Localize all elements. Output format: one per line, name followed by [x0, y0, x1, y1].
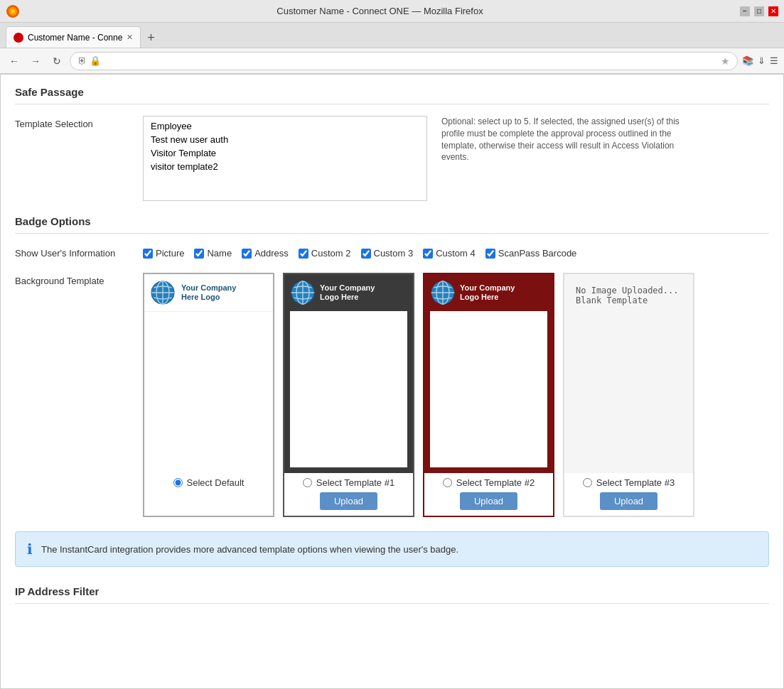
checkbox-custom4[interactable]: Custom 4 — [423, 248, 476, 259]
forward-button[interactable]: → — [27, 53, 44, 70]
page-content: Safe Passage Template Selection Employee… — [0, 74, 784, 689]
picture-checkbox[interactable] — [143, 249, 153, 259]
list-item[interactable]: visitor template2 — [146, 160, 424, 173]
nav-right-controls: 📚 ⇓ ☰ — [742, 55, 778, 66]
minimize-button[interactable]: − — [740, 6, 750, 16]
svg-point-2 — [11, 9, 15, 13]
show-user-info-row: Show User's Information Picture Name Add… — [15, 245, 769, 259]
custom2-label: Custom 2 — [311, 248, 351, 259]
scanpass-label: ScanPass Barcode — [498, 248, 577, 259]
info-icon: ℹ — [27, 541, 33, 558]
background-template-label: Background Template — [15, 273, 129, 286]
template-default-radio[interactable] — [173, 478, 183, 487]
template-list[interactable]: Employee Test new user auth Visitor Temp… — [143, 116, 427, 201]
globe-icon-1 — [290, 280, 316, 305]
checkbox-picture[interactable]: Picture — [143, 248, 184, 259]
tab-bar: Customer Name - Conne ✕ + — [0, 23, 784, 48]
template-3-radio-row[interactable]: Select Template #3 — [583, 473, 675, 492]
checkbox-scanpass[interactable]: ScanPass Barcode — [485, 248, 577, 259]
list-item[interactable]: Employee — [146, 119, 424, 133]
template-3-radio-label: Select Template #3 — [596, 477, 675, 488]
checkbox-group: Picture Name Address Custom 2 Custom 3 — [143, 245, 576, 259]
tab-close-button[interactable]: ✕ — [127, 33, 133, 42]
template-selection-row: Template Selection Employee Test new use… — [15, 116, 769, 201]
new-tab-button[interactable]: + — [141, 28, 161, 48]
template-card-default: Your CompanyHere Logo Select Default — [143, 273, 274, 517]
list-item[interactable]: Test new user auth — [146, 133, 424, 146]
tpl-2-header: Your CompanyLogo Here — [424, 274, 553, 311]
template-default-radio-row[interactable]: Select Default — [173, 473, 245, 492]
menu-icon[interactable]: ☰ — [770, 55, 778, 66]
custom4-label: Custom 4 — [436, 248, 476, 259]
back-button[interactable]: ← — [6, 53, 23, 70]
maximize-button[interactable]: □ — [754, 6, 764, 16]
address-checkbox[interactable] — [242, 249, 252, 259]
show-user-info-label: Show User's Information — [15, 245, 129, 259]
custom3-checkbox[interactable] — [361, 249, 371, 259]
scanpass-checkbox[interactable] — [485, 249, 495, 259]
section-badge-options: Badge Options — [15, 215, 769, 234]
window-controls: − □ ✕ — [740, 6, 778, 16]
template-preview-2: Your CompanyLogo Here — [424, 274, 553, 473]
template-2-radio-row[interactable]: Select Template #2 — [443, 473, 535, 492]
checkbox-name[interactable]: Name — [194, 248, 232, 259]
bg-templates: Your CompanyHere Logo Select Default — [143, 273, 694, 517]
globe-icon-2 — [430, 280, 456, 305]
template-preview-1: Your CompanyLogo Here — [284, 274, 413, 473]
upload-button-2[interactable]: Upload — [460, 492, 517, 510]
tpl-1-body — [290, 311, 407, 467]
checkbox-address[interactable]: Address — [242, 248, 289, 259]
reload-button[interactable]: ↻ — [48, 53, 65, 70]
custom3-label: Custom 3 — [374, 248, 414, 259]
tpl-2-logo-text: Your CompanyLogo Here — [460, 283, 515, 302]
lock-icon: 🔒 — [90, 55, 101, 66]
active-tab[interactable]: Customer Name - Conne ✕ — [6, 26, 141, 48]
close-button[interactable]: ✕ — [768, 6, 778, 16]
template-hint: Optional: select up to 5. If selected, t… — [441, 116, 683, 163]
template-1-radio-row[interactable]: Select Template #1 — [303, 473, 394, 492]
template-2-radio[interactable] — [443, 478, 452, 487]
template-card-2: Your CompanyLogo Here Select Template #2… — [423, 273, 554, 517]
template-3-radio[interactable] — [583, 478, 592, 487]
section-safe-passage: Safe Passage — [15, 86, 769, 104]
checkbox-custom2[interactable]: Custom 2 — [299, 248, 351, 259]
template-card-3: No Image Uploaded... Blank Template Sele… — [563, 273, 694, 517]
tpl-1-header: Your CompanyLogo Here — [284, 274, 413, 311]
info-text: The InstantCard integration provides mor… — [41, 544, 458, 555]
download-icon[interactable]: ⇓ — [758, 55, 766, 66]
bookmark-icon[interactable]: ★ — [721, 55, 730, 67]
picture-label: Picture — [156, 248, 184, 259]
title-bar: Customer Name - Connect ONE — Mozilla Fi… — [0, 0, 784, 23]
checkbox-custom3[interactable]: Custom 3 — [361, 248, 414, 259]
custom4-checkbox[interactable] — [423, 249, 433, 259]
pocket-icon[interactable]: 📚 — [742, 55, 753, 66]
template-default-radio-label: Select Default — [187, 477, 245, 488]
window-title: Customer Name - Connect ONE — Mozilla Fi… — [20, 6, 740, 16]
tpl-default-logo-text: Your CompanyHere Logo — [181, 283, 236, 302]
shield-icon: ⛨ — [77, 55, 87, 66]
info-box: ℹ The InstantCard integration provides m… — [15, 531, 769, 567]
list-item[interactable]: Visitor Template — [146, 146, 424, 160]
upload-button-1[interactable]: Upload — [320, 492, 377, 510]
tpl-1-logo-text: Your CompanyLogo Here — [320, 283, 375, 302]
upload-button-3[interactable]: Upload — [600, 492, 657, 510]
nav-bar: ← → ↻ ⛨ 🔒 ★ 📚 ⇓ ☰ — [0, 48, 784, 74]
template-preview-default: Your CompanyHere Logo — [144, 274, 273, 473]
blank-template-text: No Image Uploaded... Blank Template — [564, 274, 690, 317]
template-1-radio-label: Select Template #1 — [316, 477, 394, 488]
address-bar[interactable]: ⛨ 🔒 ★ — [70, 52, 738, 70]
address-label: Address — [254, 248, 289, 259]
template-preview-3: No Image Uploaded... Blank Template — [564, 274, 693, 473]
tab-favicon — [14, 33, 23, 43]
template-1-radio[interactable] — [303, 478, 312, 487]
name-label: Name — [207, 248, 232, 259]
custom2-checkbox[interactable] — [299, 249, 308, 259]
tpl-default-header: Your CompanyHere Logo — [144, 274, 273, 312]
tpl-2-body — [430, 311, 547, 467]
globe-icon-default — [150, 280, 176, 305]
name-checkbox[interactable] — [194, 249, 204, 259]
template-2-radio-label: Select Template #2 — [456, 477, 535, 488]
section-ip-filter: IP Address Filter — [15, 578, 769, 604]
template-selection-label: Template Selection — [15, 116, 129, 129]
background-template-row: Background Template — [15, 273, 769, 517]
